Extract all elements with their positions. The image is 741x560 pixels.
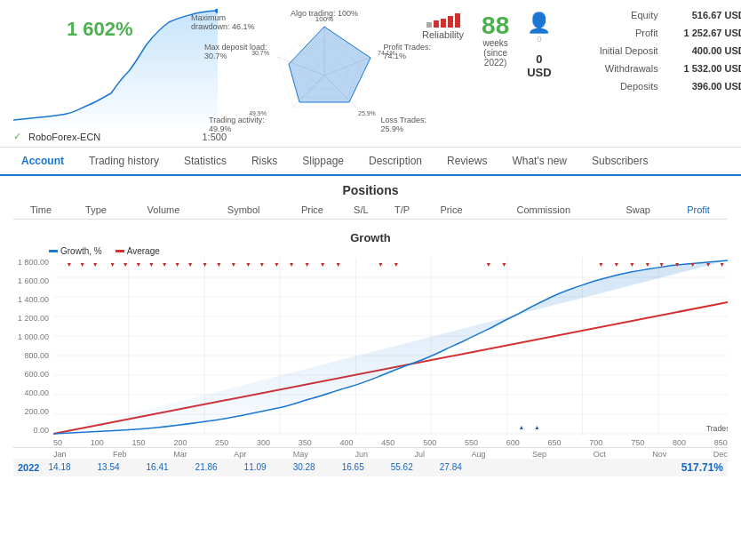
tab-description[interactable]: Description — [356, 148, 434, 176]
tab-what's-new[interactable]: What's new — [499, 148, 579, 176]
ytd-value: 16.41 — [147, 462, 169, 472]
tab-risks[interactable]: Risks — [239, 148, 290, 176]
svg-text:▼: ▼ — [629, 260, 635, 267]
legend-growth: Growth, % — [49, 246, 102, 256]
y-label: 600.00 — [13, 370, 49, 379]
growth-percent: 1 602% — [67, 18, 133, 41]
svg-text:▼: ▼ — [187, 260, 194, 267]
metric-value: 1 532.00 USD — [665, 63, 741, 74]
legend-growth-label: Growth, % — [60, 246, 102, 256]
x-label: 650 — [548, 438, 562, 447]
broker-name: RoboForex-ECN — [28, 132, 100, 142]
legend-red-dot — [116, 250, 124, 252]
x-label: 500 — [423, 438, 436, 447]
metric-label: Withdrawals — [570, 63, 658, 74]
radar-drawdown-label: Maximumdrawdown: 46.1% — [191, 13, 255, 31]
x-label: 200 — [173, 438, 187, 447]
month-label: Dec — [713, 450, 728, 459]
x-label: 250 — [215, 438, 228, 447]
positions-table: TimeTypeVolumeSymbolPriceS/LT/PPriceComm… — [13, 201, 728, 227]
tab-slippage[interactable]: Slippage — [290, 148, 356, 176]
chart-legend: Growth, % Average — [13, 246, 728, 256]
x-label: 50 — [53, 438, 62, 447]
x-label: 800 — [673, 438, 686, 447]
svg-text:▼: ▼ — [658, 260, 665, 267]
ytd-value: 30.28 — [293, 462, 315, 472]
ytd-total: 517.71% — [681, 461, 723, 474]
tab-subscribers[interactable]: Subscribers — [579, 148, 660, 176]
svg-text:▼: ▼ — [674, 260, 681, 267]
radar-algo-label: Algo trading: 100% — [291, 9, 358, 18]
x-label: 450 — [381, 438, 394, 447]
tab-reviews[interactable]: Reviews — [434, 148, 499, 176]
month-label: May — [293, 450, 308, 459]
metric-row: Deposits 396.00 USD — [570, 80, 741, 92]
col-s-l: S/L — [341, 201, 381, 220]
metric-value: 1 252.67 USD — [665, 28, 741, 38]
positions-title: Positions — [13, 183, 728, 197]
x-label: 100 — [91, 438, 104, 447]
growth-section: Growth Growth, % Average 1 800.001 600.0… — [0, 227, 741, 481]
ytd-value: 21.86 — [195, 462, 218, 472]
radar-container: 100% 74.1% 25.9% 49.9% 30.7% Algo tradin… — [235, 9, 413, 142]
metric-label: Deposits — [570, 81, 658, 92]
metric-value: 516.67 USD — [665, 10, 741, 20]
metric-label: Equity — [570, 10, 658, 20]
ytd-row: 2022 14.1813.5416.4121.8611.0930.2816.65… — [13, 459, 728, 476]
month-label: Feb — [113, 450, 127, 459]
metric-label: Profit — [570, 28, 658, 38]
svg-text:▼: ▼ — [79, 260, 85, 267]
empty-positions-row — [13, 220, 728, 227]
y-label: 1 000.00 — [13, 332, 49, 341]
col-symbol: Symbol — [203, 201, 283, 220]
broker-info: ✓ RoboForex-ECN 1:500 — [13, 131, 227, 142]
month-label: Nov — [652, 450, 666, 459]
svg-text:▼: ▼ — [393, 260, 399, 267]
ytd-value: 14.18 — [48, 462, 70, 472]
svg-text:▲: ▲ — [519, 423, 525, 429]
svg-text:▲: ▲ — [534, 423, 540, 429]
metric-value: 396.00 USD — [665, 81, 741, 92]
metric-row: Equity 516.67 USD — [570, 9, 741, 21]
bar3 — [441, 19, 446, 28]
col-profit: Profit — [669, 201, 728, 220]
broker-badge: ✓ — [13, 131, 21, 142]
bar5 — [455, 13, 460, 28]
metric-row: Withdrawals 1 532.00 USD — [570, 62, 741, 75]
svg-text:▼: ▼ — [304, 260, 310, 267]
y-label: 1 400.00 — [13, 295, 49, 304]
radar-loss-label: Loss Trades:25.9% — [380, 116, 426, 133]
x-label: 750 — [631, 438, 644, 447]
tab-account[interactable]: Account — [9, 148, 76, 176]
svg-text:▼: ▼ — [614, 260, 620, 267]
bar1 — [426, 22, 432, 28]
bar2 — [434, 20, 439, 28]
svg-text:▼: ▼ — [230, 260, 236, 267]
metrics-block: Equity 516.67 USD Profit 1 252.67 USD In… — [570, 9, 741, 98]
tab-trading-history[interactable]: Trading history — [76, 148, 171, 176]
svg-text:▼: ▼ — [67, 260, 73, 267]
svg-text:25.9%: 25.9% — [358, 110, 376, 116]
metric-row: Initial Deposit 400.00 USD — [570, 44, 741, 57]
x-axis-numbers: 5010015020025030035040045050055060065070… — [13, 438, 728, 447]
reliability-title: Reliability — [422, 29, 464, 40]
month-label: Jun — [355, 450, 368, 459]
y-label: 1 200.00 — [13, 314, 49, 323]
svg-text:▼: ▼ — [719, 260, 725, 267]
x-label: 550 — [465, 438, 478, 447]
y-label: 400.00 — [13, 388, 49, 397]
x-label: 600 — [506, 438, 520, 447]
col-t-p: T/P — [381, 201, 423, 220]
radar-area: 100% 74.1% 25.9% 49.9% 30.7% Algo tradin… — [235, 9, 413, 142]
radar-profit-label: Profit Trades:74.1% — [383, 43, 431, 60]
usd-value: 0 USD — [527, 52, 551, 79]
y-label: 200.00 — [13, 407, 49, 416]
ytd-year: 2022 — [18, 462, 39, 473]
ytd-value: 16.65 — [342, 462, 364, 472]
svg-text:▼: ▼ — [162, 260, 168, 267]
svg-text:▼: ▼ — [274, 260, 280, 267]
legend-blue-dot — [49, 250, 58, 252]
tab-statistics[interactable]: Statistics — [171, 148, 239, 176]
ytd-values: 14.1813.5416.4121.8611.0930.2816.6555.62… — [48, 462, 681, 472]
col-type: Type — [68, 201, 124, 220]
